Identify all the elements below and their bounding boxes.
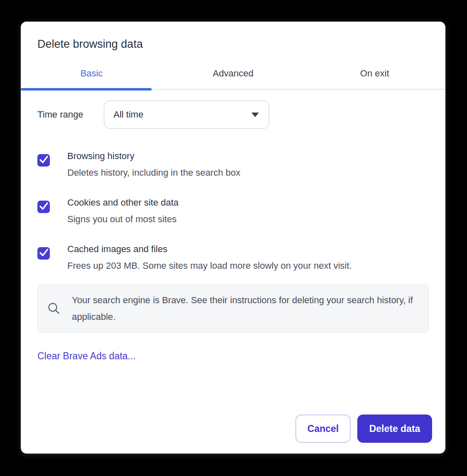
cookies-row: Cookies and other site data Signs you ou… — [37, 194, 429, 228]
cached-images-checkbox[interactable] — [37, 247, 50, 260]
time-range-selected-value: All time — [113, 109, 143, 120]
search-icon — [47, 302, 61, 316]
cancel-button[interactable]: Cancel — [295, 415, 351, 443]
checkbox-label: Cached images and files — [67, 241, 352, 258]
delete-data-button[interactable]: Delete data — [357, 415, 432, 443]
checkmark-icon — [37, 200, 50, 214]
checkmark-icon — [37, 246, 50, 260]
time-range-select[interactable]: All time — [104, 101, 269, 129]
checkbox-description: Signs you out of most sites — [67, 211, 179, 228]
checkbox-label: Cookies and other site data — [67, 194, 179, 211]
checkbox-description: Deletes history, including in the search… — [67, 164, 241, 181]
cookies-checkbox[interactable] — [37, 201, 50, 213]
browsing-history-checkbox[interactable] — [37, 154, 50, 167]
clear-brave-ads-data-link[interactable]: Clear Brave Ads data... — [37, 351, 136, 362]
browsing-history-row: Browsing history Deletes history, includ… — [37, 148, 429, 181]
tab-on-exit[interactable]: On exit — [304, 68, 445, 89]
page-title: Delete browsing data — [37, 37, 429, 51]
dialog-actions: Cancel Delete data — [295, 415, 432, 443]
search-engine-notice-text: Your search engine is Brave. See their i… — [72, 292, 418, 325]
delete-browsing-data-dialog: Delete browsing data Basic Advanced On e… — [21, 22, 445, 454]
search-engine-notice: Your search engine is Brave. See their i… — [37, 285, 429, 333]
cached-images-row: Cached images and files Frees up 203 MB.… — [37, 241, 429, 274]
tab-advanced[interactable]: Advanced — [162, 68, 304, 89]
tab-basic[interactable]: Basic — [21, 68, 162, 89]
checkbox-list: Browsing history Deletes history, includ… — [37, 148, 429, 274]
checkbox-description: Frees up 203 MB. Some sites may load mor… — [67, 258, 352, 274]
time-range-label: Time range — [37, 109, 104, 120]
time-range-row: Time range All time — [37, 101, 429, 129]
checkbox-label: Browsing history — [67, 148, 241, 164]
chevron-down-icon — [251, 113, 259, 117]
tab-bar: Basic Advanced On exit — [21, 68, 445, 90]
checkmark-icon — [37, 153, 50, 167]
